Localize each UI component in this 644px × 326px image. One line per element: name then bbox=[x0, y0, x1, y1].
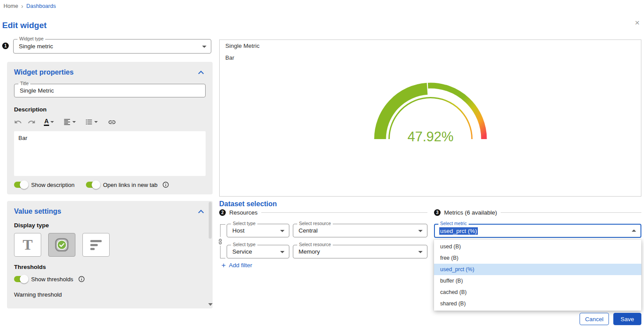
align-button[interactable] bbox=[63, 118, 76, 126]
widget-properties-title: Widget properties bbox=[14, 68, 74, 76]
open-links-label: Open links in new tab bbox=[103, 182, 157, 188]
link-chain-icon bbox=[217, 237, 224, 246]
value-settings-title: Value settings bbox=[14, 208, 61, 215]
breadcrumb-home-link[interactable]: Home bbox=[4, 3, 18, 9]
widget-properties-panel: Widget properties Title Single Metric De… bbox=[7, 62, 213, 194]
redo-icon[interactable] bbox=[28, 118, 36, 126]
warning-threshold-label: Warning threshold bbox=[14, 291, 206, 298]
info-icon[interactable] bbox=[162, 181, 169, 188]
page-title: Edit widget bbox=[2, 21, 46, 30]
select-type-label: Select type bbox=[231, 221, 257, 226]
edit-widget-page: Home › Dashboards Edit widget × 1 Widget… bbox=[0, 0, 644, 326]
breadcrumb: Home › Dashboards bbox=[4, 2, 56, 11]
chevron-down-icon bbox=[50, 121, 54, 123]
display-type-gauge-button[interactable] bbox=[48, 233, 75, 257]
show-thresholds-label: Show thresholds bbox=[31, 276, 73, 283]
resource-type-select-1[interactable]: Select type Host bbox=[227, 224, 289, 237]
description-editor[interactable]: Bar bbox=[14, 131, 206, 176]
select-resource-label: Select resource bbox=[297, 242, 333, 247]
resource-value: Memory bbox=[299, 248, 320, 255]
divider bbox=[261, 212, 427, 213]
chevron-down-icon bbox=[280, 251, 285, 253]
resource-select-1[interactable]: Select resource Central bbox=[293, 224, 427, 237]
text-color-button[interactable]: A bbox=[44, 118, 54, 126]
metrics-label: Metrics (6 available) bbox=[444, 209, 497, 216]
toggle-knob bbox=[92, 180, 100, 189]
select-resource-label: Select resource bbox=[297, 221, 333, 226]
scrollbar-thumb[interactable] bbox=[209, 202, 212, 239]
open-links-toggle[interactable] bbox=[86, 182, 99, 188]
preview-description: Bar bbox=[225, 54, 234, 61]
resource-type-value: Service bbox=[232, 248, 252, 255]
metric-option[interactable]: buffer (B) bbox=[434, 275, 641, 287]
metric-options-menu: used (B) free (B) used_prct (%) buffer (… bbox=[434, 240, 641, 311]
toggle-knob bbox=[20, 275, 28, 283]
gauge-chart: 47.92% bbox=[363, 72, 498, 147]
step-3-badge: 3 bbox=[434, 209, 441, 216]
cancel-button[interactable]: Cancel bbox=[580, 313, 609, 325]
display-type-label: Display type bbox=[14, 222, 206, 229]
plus-icon: + bbox=[221, 262, 226, 269]
chevron-down-icon bbox=[94, 121, 98, 123]
thresholds-label: Thresholds bbox=[14, 264, 206, 270]
metric-select[interactable]: Select metric used_prct (%) bbox=[434, 224, 641, 238]
divider bbox=[501, 212, 641, 213]
select-type-label: Select type bbox=[231, 242, 257, 247]
add-filter-button[interactable]: + Add filter bbox=[221, 262, 252, 269]
add-filter-label: Add filter bbox=[229, 262, 252, 269]
info-icon[interactable] bbox=[78, 276, 85, 283]
collapse-chevron-up-icon[interactable] bbox=[198, 210, 204, 215]
chevron-down-icon bbox=[418, 251, 423, 253]
metrics-header: 3 Metrics (6 available) bbox=[434, 209, 641, 216]
show-description-toggle[interactable] bbox=[14, 182, 27, 188]
scrollbar-down-arrow-icon[interactable] bbox=[208, 303, 213, 306]
widget-type-label: Widget type bbox=[18, 36, 45, 42]
resources-label: Resources bbox=[229, 209, 258, 216]
text-display-icon: T bbox=[23, 237, 33, 252]
resource-value: Central bbox=[299, 227, 318, 234]
widget-preview-panel: Single Metric Bar bbox=[219, 39, 641, 197]
title-field-value: Single Metric bbox=[20, 87, 54, 94]
display-type-text-button[interactable]: T bbox=[14, 233, 41, 257]
display-type-bar-button[interactable] bbox=[82, 233, 110, 257]
show-description-label: Show description bbox=[31, 182, 75, 188]
show-thresholds-toggle[interactable] bbox=[14, 276, 27, 282]
breadcrumb-dashboards-link[interactable]: Dashboards bbox=[26, 3, 56, 9]
chevron-right-icon: › bbox=[21, 3, 23, 9]
resource-select-2[interactable]: Select resource Memory bbox=[293, 245, 427, 258]
preview-title: Single Metric bbox=[225, 43, 260, 49]
close-icon[interactable]: × bbox=[635, 18, 640, 27]
title-field-label: Title bbox=[18, 81, 30, 86]
chevron-down-icon bbox=[280, 230, 285, 232]
link-icon[interactable] bbox=[108, 118, 116, 126]
list-button[interactable] bbox=[85, 118, 98, 126]
chevron-up-icon bbox=[632, 229, 636, 232]
value-settings-panel: Value settings Display type T bbox=[7, 201, 213, 308]
dataset-selection-title: Dataset selection bbox=[219, 200, 277, 208]
collapse-chevron-up-icon[interactable] bbox=[198, 71, 204, 76]
description-text: Bar bbox=[18, 135, 27, 141]
chevron-down-icon bbox=[202, 46, 206, 48]
metric-option[interactable]: used (B) bbox=[434, 241, 641, 252]
step-2-badge: 2 bbox=[219, 209, 226, 216]
metric-select-value: used_prct (%) bbox=[439, 227, 478, 235]
chevron-down-icon bbox=[72, 121, 76, 123]
step-1-badge: 1 bbox=[2, 43, 9, 49]
metric-option[interactable]: shared (B) bbox=[434, 298, 641, 309]
text-color-a-icon: A bbox=[44, 118, 49, 126]
bar-display-icon bbox=[90, 240, 102, 250]
undo-icon[interactable] bbox=[14, 118, 22, 126]
resource-type-select-2[interactable]: Select type Service bbox=[227, 245, 289, 258]
gauge-value: 47.92% bbox=[407, 129, 453, 144]
title-field[interactable]: Title Single Metric bbox=[14, 84, 206, 97]
save-button[interactable]: Save bbox=[613, 313, 641, 325]
metric-option[interactable]: cached (B) bbox=[434, 287, 641, 298]
widget-type-select[interactable]: Widget type Single metric bbox=[13, 39, 211, 54]
metric-option[interactable]: free (B) bbox=[434, 252, 641, 264]
metric-option[interactable]: used_prct (%) bbox=[434, 264, 641, 275]
widget-type-value: Single metric bbox=[19, 43, 53, 50]
resource-type-value: Host bbox=[232, 227, 245, 234]
description-label: Description bbox=[14, 106, 206, 113]
gauge-display-selected-icon bbox=[54, 237, 70, 253]
chevron-down-icon bbox=[418, 230, 423, 232]
